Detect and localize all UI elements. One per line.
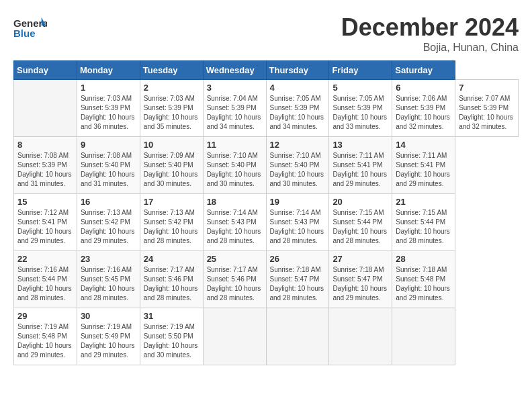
col-header-tuesday: Tuesday (140, 61, 203, 80)
day-number: 20 (332, 197, 388, 207)
day-number: 25 (207, 254, 263, 264)
day-number: 22 (17, 254, 73, 264)
day-detail: Sunrise: 7:10 AMSunset: 5:40 PMDaylight:… (270, 151, 326, 189)
day-number: 27 (332, 254, 388, 264)
calendar-cell: 10Sunrise: 7:09 AMSunset: 5:40 PMDayligh… (140, 137, 203, 194)
calendar-cell: 20Sunrise: 7:15 AMSunset: 5:44 PMDayligh… (329, 194, 392, 251)
day-number: 14 (396, 140, 451, 150)
day-detail: Sunrise: 7:11 AMSunset: 5:41 PMDaylight:… (396, 151, 451, 189)
col-header-thursday: Thursday (266, 61, 329, 80)
day-detail: Sunrise: 7:19 AMSunset: 5:49 PMDaylight:… (81, 322, 136, 360)
week-row-4: 22Sunrise: 7:16 AMSunset: 5:44 PMDayligh… (14, 251, 519, 308)
day-number: 8 (17, 140, 73, 150)
day-number: 31 (144, 311, 200, 321)
day-number: 29 (17, 311, 73, 321)
day-detail: Sunrise: 7:05 AMSunset: 5:39 PMDaylight:… (332, 94, 388, 132)
calendar-cell: 14Sunrise: 7:11 AMSunset: 5:41 PMDayligh… (392, 137, 455, 194)
day-number: 3 (207, 83, 263, 93)
page-header: GeneralBlue December 2024 Bojia, Hunan, … (13, 13, 519, 54)
calendar-cell: 30Sunrise: 7:19 AMSunset: 5:49 PMDayligh… (77, 308, 140, 365)
day-number: 23 (81, 254, 136, 264)
day-detail: Sunrise: 7:15 AMSunset: 5:44 PMDaylight:… (332, 208, 388, 246)
day-number: 18 (207, 197, 263, 207)
day-number: 21 (396, 197, 451, 207)
calendar-cell: 15Sunrise: 7:12 AMSunset: 5:41 PMDayligh… (14, 194, 77, 251)
day-detail: Sunrise: 7:18 AMSunset: 5:48 PMDaylight:… (396, 265, 451, 303)
svg-text:Blue: Blue (13, 28, 36, 39)
calendar-cell: 6Sunrise: 7:06 AMSunset: 5:39 PMDaylight… (392, 80, 455, 137)
calendar-cell (392, 308, 455, 365)
day-number: 15 (17, 197, 73, 207)
calendar-cell: 22Sunrise: 7:16 AMSunset: 5:44 PMDayligh… (14, 251, 77, 308)
week-row-2: 8Sunrise: 7:08 AMSunset: 5:39 PMDaylight… (14, 137, 519, 194)
calendar-cell: 21Sunrise: 7:15 AMSunset: 5:44 PMDayligh… (392, 194, 455, 251)
calendar-cell: 23Sunrise: 7:16 AMSunset: 5:45 PMDayligh… (77, 251, 140, 308)
calendar-cell: 7Sunrise: 7:07 AMSunset: 5:39 PMDaylight… (455, 80, 519, 137)
day-detail: Sunrise: 7:16 AMSunset: 5:45 PMDaylight:… (81, 265, 136, 303)
day-number: 6 (396, 83, 451, 93)
week-row-5: 29Sunrise: 7:19 AMSunset: 5:48 PMDayligh… (14, 308, 519, 365)
day-number: 5 (332, 83, 388, 93)
day-number: 4 (270, 83, 326, 93)
day-number: 11 (207, 140, 263, 150)
day-detail: Sunrise: 7:19 AMSunset: 5:48 PMDaylight:… (17, 322, 73, 360)
calendar-cell: 26Sunrise: 7:18 AMSunset: 5:47 PMDayligh… (266, 251, 329, 308)
calendar-cell: 17Sunrise: 7:13 AMSunset: 5:42 PMDayligh… (140, 194, 203, 251)
calendar-cell (203, 308, 266, 365)
day-number: 2 (144, 83, 200, 93)
day-number: 26 (270, 254, 326, 264)
month-title: December 2024 (341, 13, 519, 42)
day-detail: Sunrise: 7:07 AMSunset: 5:39 PMDaylight:… (459, 94, 515, 132)
calendar-cell: 16Sunrise: 7:13 AMSunset: 5:42 PMDayligh… (77, 194, 140, 251)
day-detail: Sunrise: 7:13 AMSunset: 5:42 PMDaylight:… (81, 208, 136, 246)
day-detail: Sunrise: 7:19 AMSunset: 5:50 PMDaylight:… (144, 322, 200, 360)
calendar-cell: 4Sunrise: 7:05 AMSunset: 5:39 PMDaylight… (266, 80, 329, 137)
calendar-cell: 31Sunrise: 7:19 AMSunset: 5:50 PMDayligh… (140, 308, 203, 365)
week-row-3: 15Sunrise: 7:12 AMSunset: 5:41 PMDayligh… (14, 194, 519, 251)
col-header-monday: Monday (77, 61, 140, 80)
calendar-cell: 8Sunrise: 7:08 AMSunset: 5:39 PMDaylight… (14, 137, 77, 194)
day-detail: Sunrise: 7:15 AMSunset: 5:44 PMDaylight:… (396, 208, 451, 246)
day-detail: Sunrise: 7:18 AMSunset: 5:47 PMDaylight:… (270, 265, 326, 303)
col-header-friday: Friday (329, 61, 392, 80)
col-header-saturday: Saturday (392, 61, 455, 80)
calendar-cell: 24Sunrise: 7:17 AMSunset: 5:46 PMDayligh… (140, 251, 203, 308)
day-number: 30 (81, 311, 136, 321)
day-number: 24 (144, 254, 200, 264)
day-detail: Sunrise: 7:14 AMSunset: 5:43 PMDaylight:… (207, 208, 263, 246)
logo-svg: GeneralBlue (13, 13, 47, 44)
day-number: 10 (144, 140, 200, 150)
day-detail: Sunrise: 7:11 AMSunset: 5:41 PMDaylight:… (332, 151, 388, 189)
calendar-cell: 27Sunrise: 7:18 AMSunset: 5:47 PMDayligh… (329, 251, 392, 308)
header-row: SundayMondayTuesdayWednesdayThursdayFrid… (14, 61, 519, 80)
day-detail: Sunrise: 7:08 AMSunset: 5:40 PMDaylight:… (81, 151, 136, 189)
day-number: 16 (81, 197, 136, 207)
calendar-cell: 11Sunrise: 7:10 AMSunset: 5:40 PMDayligh… (203, 137, 266, 194)
col-header-wednesday: Wednesday (203, 61, 266, 80)
day-detail: Sunrise: 7:17 AMSunset: 5:46 PMDaylight:… (207, 265, 263, 303)
calendar-cell: 9Sunrise: 7:08 AMSunset: 5:40 PMDaylight… (77, 137, 140, 194)
col-header-sunday: Sunday (14, 61, 77, 80)
day-number: 17 (144, 197, 200, 207)
calendar-cell: 12Sunrise: 7:10 AMSunset: 5:40 PMDayligh… (266, 137, 329, 194)
day-number: 7 (459, 83, 515, 93)
week-row-1: 1Sunrise: 7:03 AMSunset: 5:39 PMDaylight… (14, 80, 519, 137)
day-detail: Sunrise: 7:03 AMSunset: 5:39 PMDaylight:… (81, 94, 136, 132)
day-detail: Sunrise: 7:18 AMSunset: 5:47 PMDaylight:… (332, 265, 388, 303)
logo: GeneralBlue (13, 13, 47, 44)
day-detail: Sunrise: 7:06 AMSunset: 5:39 PMDaylight:… (396, 94, 451, 132)
day-number: 12 (270, 140, 326, 150)
day-detail: Sunrise: 7:16 AMSunset: 5:44 PMDaylight:… (17, 265, 73, 303)
calendar-cell: 19Sunrise: 7:14 AMSunset: 5:43 PMDayligh… (266, 194, 329, 251)
calendar-cell: 25Sunrise: 7:17 AMSunset: 5:46 PMDayligh… (203, 251, 266, 308)
calendar-cell: 1Sunrise: 7:03 AMSunset: 5:39 PMDaylight… (77, 80, 140, 137)
calendar-cell: 18Sunrise: 7:14 AMSunset: 5:43 PMDayligh… (203, 194, 266, 251)
calendar-cell: 3Sunrise: 7:04 AMSunset: 5:39 PMDaylight… (203, 80, 266, 137)
day-number: 9 (81, 140, 136, 150)
day-detail: Sunrise: 7:04 AMSunset: 5:39 PMDaylight:… (207, 94, 263, 132)
calendar-cell (266, 308, 329, 365)
calendar-cell: 13Sunrise: 7:11 AMSunset: 5:41 PMDayligh… (329, 137, 392, 194)
day-detail: Sunrise: 7:03 AMSunset: 5:39 PMDaylight:… (144, 94, 200, 132)
day-number: 28 (396, 254, 451, 264)
location: Bojia, Hunan, China (341, 42, 519, 54)
